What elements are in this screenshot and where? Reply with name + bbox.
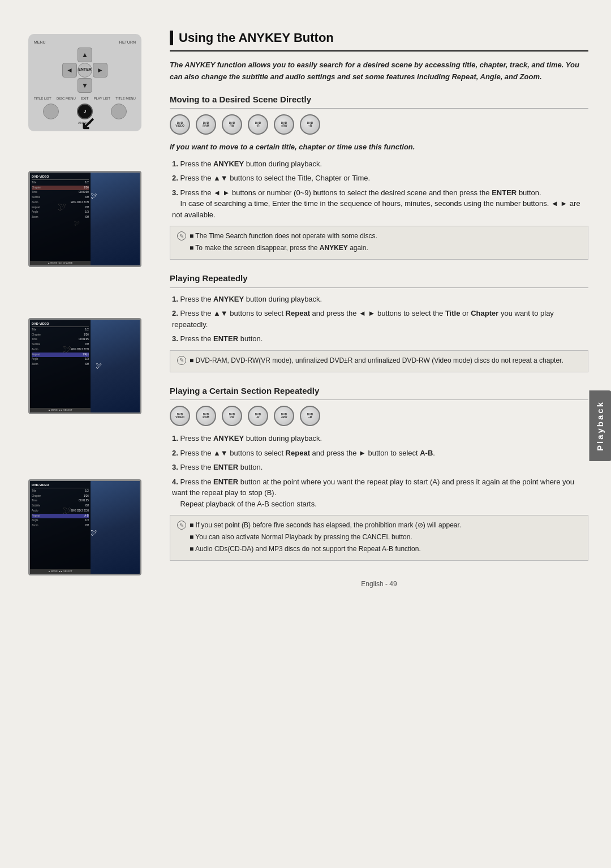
steps-moving: 1. Press the ANYKEY button during playba… bbox=[170, 158, 588, 221]
section-repeatedly: Playing Repeatedly 1. Press the ANYKEY b… bbox=[170, 272, 588, 372]
disc2-dvd-ram: DVDRAM bbox=[196, 406, 216, 426]
disc-dvd-plus-r: DVD+R bbox=[300, 114, 320, 135]
step-sec-4: 4. Press the ENTER button at the point w… bbox=[170, 476, 588, 510]
note-sec-1: ✎ ■ If you set point (B) before five sec… bbox=[177, 520, 581, 530]
main-title-text: Using the ANYKEY Button bbox=[179, 28, 334, 47]
step-moving-3: 3. Press the ◄ ► buttons or number (0~9)… bbox=[170, 187, 588, 221]
footer-text: English - 49 bbox=[361, 580, 397, 588]
return-label: RETURN bbox=[119, 40, 136, 46]
disc-dvd-r: DVD-R bbox=[248, 114, 268, 135]
func-note-moving: If you want to move to a certain title, … bbox=[170, 141, 588, 153]
step-moving-1: 1. Press the ANYKEY button during playba… bbox=[170, 158, 588, 170]
section-section-title: Playing a Certain Section Repeatedly bbox=[170, 385, 588, 401]
note-moving-1: ✎ ■ The Time Search function does not op… bbox=[177, 231, 581, 241]
intro-paragraph: The ANYKEY function allows you to easily… bbox=[170, 59, 588, 83]
title-menu-label: TITLE MENU bbox=[115, 96, 136, 101]
note-sec-3: ■ Audio CDs(CD-DA) and MP3 discs do not … bbox=[177, 544, 581, 554]
steps-repeatedly: 1. Press the ANYKEY button during playba… bbox=[170, 294, 588, 345]
steps-section: 1. Press the ANYKEY button during playba… bbox=[170, 433, 588, 509]
dvd-screen-2: 🕊 🕊 DVD-VIDEO Title1/2 Chapter1/26 Time0… bbox=[28, 318, 141, 414]
section-moving-title: Moving to a Desired Scene Directly bbox=[170, 93, 588, 109]
step-sec-3: 3. Press the ENTER button. bbox=[170, 462, 588, 473]
note-icon-rep: ✎ bbox=[177, 356, 186, 365]
title-list-label: TITLE LIST bbox=[34, 96, 51, 101]
play-list-label: PLAY LIST bbox=[94, 96, 110, 101]
disc2-dvd-rw: DVDRW bbox=[222, 406, 242, 426]
anykey-arrow: ↙ bbox=[80, 110, 96, 137]
dvd-screen-1: 🕊 🕊 🕊 DVD-VIDEO Title1/2 Chapter1/26 Tim… bbox=[28, 171, 141, 267]
disc-dvd-ram: DVDRAM bbox=[196, 114, 216, 135]
step-num-1: 1. bbox=[172, 160, 178, 168]
notes-section: ✎ ■ If you set point (B) before five sec… bbox=[170, 515, 588, 561]
dvd-screen-3: 🕊 🕊 DVD-VIDEO Title1/2 Chapter1/26 Time0… bbox=[28, 479, 141, 575]
note-moving-2: ■ To make the screen disappear, press th… bbox=[177, 243, 581, 253]
notes-repeatedly: ✎ ■ DVD-RAM, DVD-RW(VR mode), unfinalize… bbox=[170, 350, 588, 372]
notes-moving: ✎ ■ The Time Search function does not op… bbox=[170, 226, 588, 260]
disc-dvd-video: DVDVIDEO bbox=[170, 114, 190, 135]
disc2-dvd-plus-rw: DVD+RW bbox=[274, 406, 294, 426]
main-title: Using the ANYKEY Button bbox=[170, 28, 588, 51]
left-column: MENU RETURN ▲ ◄ ENTER ► bbox=[0, 23, 158, 845]
step-rep-1: 1. Press the ANYKEY button during playba… bbox=[170, 294, 588, 305]
step-rep-3: 3. Press the ENTER button. bbox=[170, 333, 588, 345]
disc-menu-label: DISC MENU bbox=[57, 96, 76, 101]
disc2-dvd-video: DVDVIDEO bbox=[170, 406, 190, 426]
menu-label: MENU bbox=[34, 40, 46, 46]
disc-dvd-rw: DVDRW bbox=[222, 114, 242, 135]
disc2-dvd-r: DVD-R bbox=[248, 406, 268, 426]
disc-icons-section: DVDVIDEO DVDRAM DVDRW DVD-R DVD+RW bbox=[170, 406, 588, 426]
step-sec-2: 2. Press the ▲▼ buttons to select Repeat… bbox=[170, 448, 588, 459]
disc-icons-moving: DVDVIDEO DVDRAM DVDRW DVD-R DVD+RW bbox=[170, 114, 588, 135]
disc-dvd-plus-rw: DVD+RW bbox=[274, 114, 294, 135]
exit-label: EXIT bbox=[81, 96, 88, 101]
section-repeatedly-title: Playing Repeatedly bbox=[170, 272, 588, 288]
footer: English - 49 bbox=[170, 573, 588, 589]
step-rep-2: 2. Press the ▲▼ buttons to select Repeat… bbox=[170, 308, 588, 330]
section-section-repeatedly: Playing a Certain Section Repeatedly DVD… bbox=[170, 385, 588, 561]
note-icon-sec: ✎ bbox=[177, 521, 186, 530]
playback-sidebar-tab: Playback bbox=[590, 390, 612, 461]
step-sec-1: 1. Press the ANYKEY button during playba… bbox=[170, 433, 588, 444]
note-rep-1: ✎ ■ DVD-RAM, DVD-RW(VR mode), unfinalize… bbox=[177, 355, 581, 366]
note-sec-2: ■ You can also activate Normal Playback … bbox=[177, 532, 581, 542]
note-icon-1: ✎ bbox=[177, 231, 186, 240]
disc2-dvd-plus-r: DVD+R bbox=[300, 406, 320, 426]
section-moving: Moving to a Desired Scene Directly DVDVI… bbox=[170, 93, 588, 260]
right-column: Using the ANYKEY Button The ANYKEY funct… bbox=[158, 23, 611, 845]
remote-control-image: MENU RETURN ▲ ◄ ENTER ► bbox=[28, 34, 141, 131]
step-moving-2: 2. Press the ▲▼ buttons to select the Ti… bbox=[170, 173, 588, 184]
